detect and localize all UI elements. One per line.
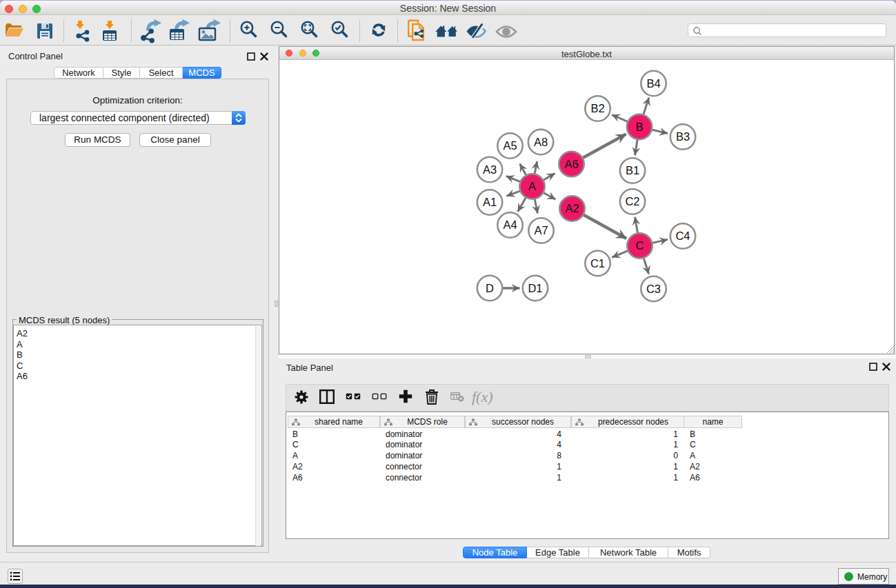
svg-text:A2: A2 xyxy=(565,202,579,214)
svg-text:A7: A7 xyxy=(534,224,548,236)
svg-text:C3: C3 xyxy=(646,283,661,295)
svg-text:C: C xyxy=(636,239,644,252)
svg-text:B4: B4 xyxy=(646,77,660,90)
svg-text:A3: A3 xyxy=(483,163,497,176)
svg-text:D: D xyxy=(486,282,494,294)
svg-text:B1: B1 xyxy=(626,164,639,176)
svg-text:B2: B2 xyxy=(590,102,604,114)
svg-text:C4: C4 xyxy=(675,230,690,242)
svg-text:B: B xyxy=(635,121,643,133)
svg-text:B3: B3 xyxy=(676,130,690,143)
svg-text:A6: A6 xyxy=(564,158,578,170)
svg-text:A: A xyxy=(528,180,536,192)
svg-text:A1: A1 xyxy=(483,196,497,208)
svg-text:A4: A4 xyxy=(503,219,517,231)
svg-text:C2: C2 xyxy=(625,195,639,207)
svg-text:A8: A8 xyxy=(534,136,548,148)
svg-text:A5: A5 xyxy=(503,139,517,152)
svg-text:C1: C1 xyxy=(590,257,605,270)
svg-text:D1: D1 xyxy=(528,282,542,294)
